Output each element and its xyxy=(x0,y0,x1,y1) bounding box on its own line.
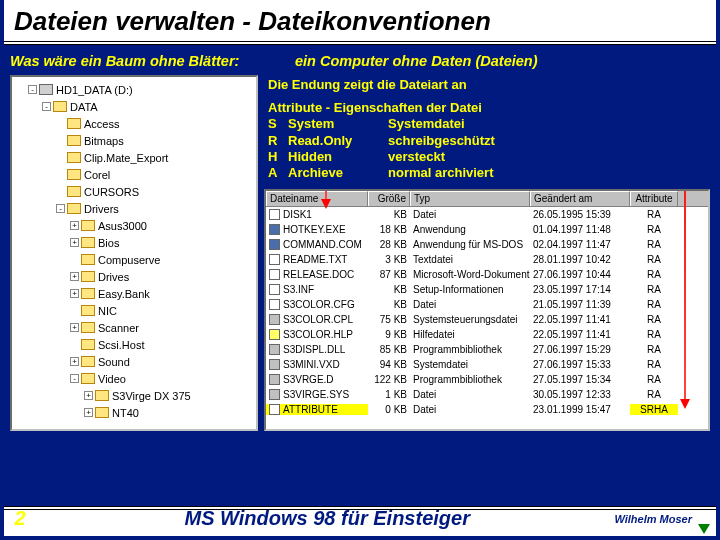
next-slide-arrow-icon[interactable] xyxy=(698,524,710,534)
tree-item[interactable]: Clip.Mate_Export xyxy=(14,149,254,166)
col-date[interactable]: Geändert am xyxy=(530,191,630,206)
file-row[interactable]: S3COLOR.CPL75 KBSystemsteuerungsdatei22.… xyxy=(266,312,708,327)
file-row[interactable]: S3COLOR.HLP9 KBHilfedatei22.05.1997 11:4… xyxy=(266,327,708,342)
file-row[interactable]: S3VRGE.D122 KBProgrammbibliothek27.05.19… xyxy=(266,372,708,387)
file-row[interactable]: COMMAND.COM28 KBAnwendung für MS-DOS02.0… xyxy=(266,237,708,252)
file-row[interactable]: RELEASE.DOC87 KBMicrosoft-Word-Dokument2… xyxy=(266,267,708,282)
folder-tree[interactable]: -HD1_DATA (D:)-DATAAccessBitmapsClip.Mat… xyxy=(10,75,258,431)
file-row[interactable]: S3VIRGE.SYS1 KBDatei30.05.1997 12:33RA xyxy=(266,387,708,402)
tree-item[interactable]: Access xyxy=(14,115,254,132)
col-name[interactable]: Dateiname xyxy=(266,191,368,206)
file-row[interactable]: HOTKEY.EXE18 KBAnwendung01.04.1997 11:48… xyxy=(266,222,708,237)
tree-item[interactable]: +NT40 xyxy=(14,404,254,421)
tree-item[interactable]: -HD1_DATA (D:) xyxy=(14,81,254,98)
subtitle-right: ein Computer ohne Daten (Dateien) xyxy=(265,53,710,69)
tree-item[interactable]: Corel xyxy=(14,166,254,183)
file-row[interactable]: S3DISPL.DLL85 KBProgrammbibliothek27.06.… xyxy=(266,342,708,357)
file-row[interactable]: S3MINI.VXD94 KBSystemdatei27.06.1997 15:… xyxy=(266,357,708,372)
tree-item[interactable]: -Drivers xyxy=(14,200,254,217)
footer-title: MS Windows 98 für Einsteiger xyxy=(40,507,614,530)
slide-number: 2 xyxy=(0,507,40,530)
tree-item[interactable]: +Drives xyxy=(14,268,254,285)
tree-item[interactable]: NIC xyxy=(14,302,254,319)
file-row[interactable]: S3.INFKBSetup-Informationen23.05.1997 17… xyxy=(266,282,708,297)
tree-item[interactable]: +S3Virge DX 375 xyxy=(14,387,254,404)
footer-author: Wilhelm Moser xyxy=(614,513,720,525)
subtitle-left: Was wäre ein Baum ohne Blätter: xyxy=(10,53,265,69)
tree-item[interactable]: +Scanner xyxy=(14,319,254,336)
info-line: Die Endung zeigt die Dateiart an xyxy=(268,77,710,92)
file-list[interactable]: Dateiname Größe Typ Geändert am Attribut… xyxy=(264,189,710,431)
file-row[interactable]: DISK1KBDatei26.05.1995 15:39RA xyxy=(266,207,708,222)
tree-item[interactable]: +Easy.Bank xyxy=(14,285,254,302)
col-size[interactable]: Größe xyxy=(368,191,410,206)
attribute-legend: Attribute - Eigenschaften der Datei SSys… xyxy=(268,100,710,181)
tree-item[interactable]: +Asus3000 xyxy=(14,217,254,234)
file-row[interactable]: S3COLOR.CFGKBDatei21.05.1997 11:39RA xyxy=(266,297,708,312)
col-attr[interactable]: Attribute xyxy=(630,191,678,206)
tree-item[interactable]: Compuserve xyxy=(14,251,254,268)
file-row[interactable]: README.TXT3 KBTextdatei28.01.1997 10:42R… xyxy=(266,252,708,267)
file-row[interactable]: ATTRIBUTE0 KBDatei23.01.1999 15:47SRHA xyxy=(266,402,708,417)
tree-item[interactable]: +Bios xyxy=(14,234,254,251)
tree-item[interactable]: CURSORS xyxy=(14,183,254,200)
slide-title: Dateien verwalten - Dateikonventionen xyxy=(4,0,716,45)
tree-item[interactable]: +Sound xyxy=(14,353,254,370)
col-type[interactable]: Typ xyxy=(410,191,530,206)
tree-item[interactable]: -DATA xyxy=(14,98,254,115)
tree-item[interactable]: Bitmaps xyxy=(14,132,254,149)
tree-item[interactable]: Scsi.Host xyxy=(14,336,254,353)
tree-item[interactable]: -Video xyxy=(14,370,254,387)
